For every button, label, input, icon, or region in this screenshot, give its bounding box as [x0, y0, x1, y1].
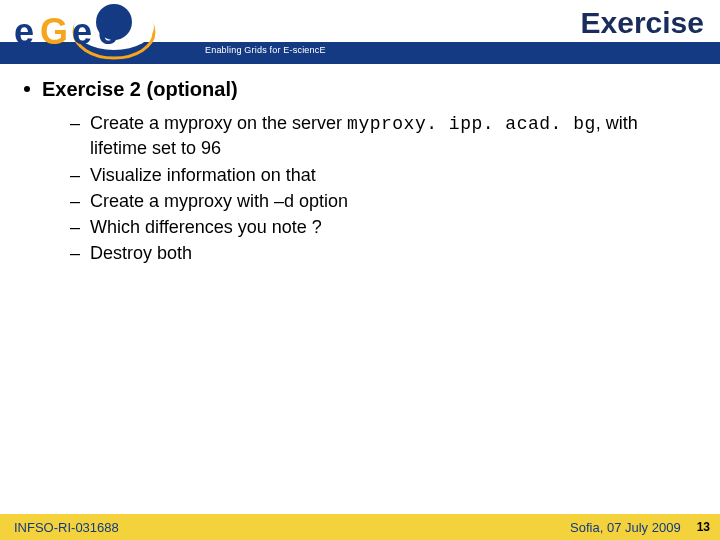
list-item-text: Which differences you note ? [90, 217, 322, 237]
svg-text:e: e [72, 11, 92, 52]
list-item-mono: myproxy. ipp. acad. bg [347, 114, 596, 134]
list-item-text: Create a myproxy on the server [90, 113, 347, 133]
svg-text:e: e [98, 11, 118, 52]
list-item-text: Create a myproxy with –d option [90, 191, 348, 211]
bullet-dot-icon [24, 86, 30, 92]
slide-footer: INFSO-RI-031688 Sofia, 07 July 2009 13 [0, 514, 720, 540]
list-item: Which differences you note ? [70, 215, 696, 239]
list-item: Destroy both [70, 241, 696, 265]
footer-page-number: 13 [689, 520, 720, 534]
list-item-text: Destroy both [90, 243, 192, 263]
list-item: Create a myproxy with –d option [70, 189, 696, 213]
body-heading: Exercise 2 (optional) [42, 78, 238, 101]
slide-title: Exercise [581, 6, 704, 40]
list-item: Create a myproxy on the server myproxy. … [70, 111, 696, 161]
footer-right: Sofia, 07 July 2009 [570, 520, 689, 535]
slide-header: e G e e Enabling Grids for E-sciencE Exe… [0, 0, 720, 64]
body-heading-row: Exercise 2 (optional) [24, 78, 696, 101]
list-item: Visualize information on that [70, 163, 696, 187]
slide-body: Exercise 2 (optional) Create a myproxy o… [24, 78, 696, 268]
header-tagline: Enabling Grids for E-sciencE [205, 45, 326, 55]
footer-left: INFSO-RI-031688 [0, 520, 570, 535]
svg-text:G: G [40, 11, 68, 52]
egee-logo: e G e e [6, 4, 186, 60]
body-bullet-list: Create a myproxy on the server myproxy. … [24, 111, 696, 266]
list-item-text: Visualize information on that [90, 165, 316, 185]
svg-text:e: e [14, 11, 34, 52]
